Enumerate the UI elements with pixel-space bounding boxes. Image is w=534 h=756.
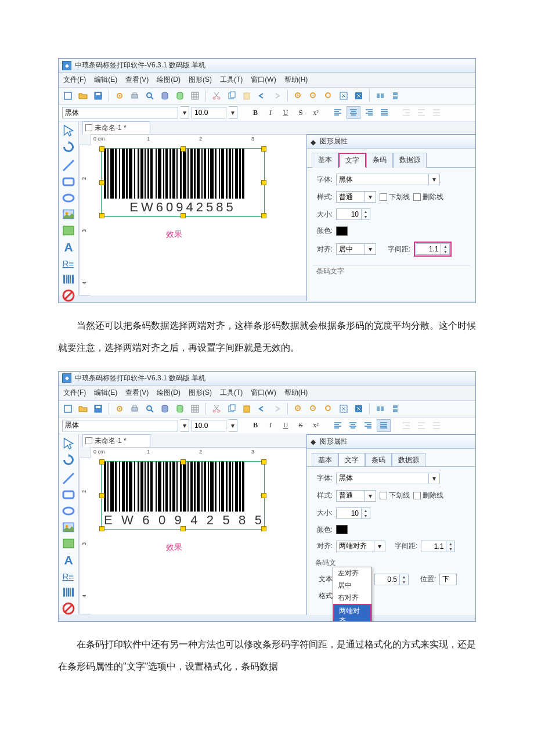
style-dd-icon[interactable]: ▾: [365, 490, 376, 502]
barcode-tool-icon[interactable]: [62, 585, 75, 599]
script-button[interactable]: x²: [309, 107, 322, 118]
italic-button[interactable]: I: [264, 420, 277, 431]
underline-button[interactable]: U: [279, 107, 292, 118]
arrange1-icon[interactable]: [374, 90, 386, 102]
align-dropdown[interactable]: 左对齐 居中 右对齐 两端对齐: [333, 567, 372, 622]
tab-basic[interactable]: 基本: [312, 153, 338, 168]
rotate-tool-icon[interactable]: [62, 140, 75, 154]
expand-icon[interactable]: [338, 403, 349, 415]
spacing-spinner-1[interactable]: ▲▼: [416, 243, 450, 255]
paste-icon[interactable]: [241, 90, 252, 102]
ellipse-tool-icon[interactable]: [62, 504, 75, 518]
font-dropdown-icon[interactable]: ▾: [181, 419, 189, 432]
menu-tool[interactable]: 工具(T): [220, 388, 243, 398]
font-dd-icon[interactable]: ▾: [429, 174, 440, 185]
image2-tool-icon[interactable]: [62, 224, 75, 237]
italic-button[interactable]: I: [264, 107, 277, 118]
align-option-right[interactable]: 右对齐: [333, 592, 371, 604]
cut-icon[interactable]: [211, 90, 222, 102]
align-center-button[interactable]: [347, 420, 359, 431]
image-tool-icon[interactable]: [62, 207, 75, 221]
menu-edit[interactable]: 编辑(E): [94, 388, 117, 398]
menu-tool[interactable]: 工具(T): [220, 75, 243, 85]
strike-checkbox[interactable]: 删除线: [413, 491, 443, 501]
tab-barcode[interactable]: 条码: [365, 453, 392, 467]
spacing-button[interactable]: [430, 420, 443, 431]
document-tab[interactable]: 未命名-1 *: [82, 121, 150, 134]
menu-window[interactable]: 窗口(W): [251, 388, 276, 398]
undo-icon[interactable]: [256, 90, 268, 102]
preview-icon[interactable]: [144, 90, 156, 102]
align-option-center[interactable]: 居中: [333, 579, 371, 592]
stop-tool-icon[interactable]: [62, 289, 75, 303]
zoom-out-icon[interactable]: [308, 403, 319, 415]
zoom-in-icon[interactable]: [293, 90, 304, 102]
font-dd-icon[interactable]: ▾: [429, 473, 440, 484]
font-input[interactable]: [336, 174, 429, 185]
barcode-object-1[interactable]: EW60942585: [101, 148, 265, 217]
print-icon[interactable]: [129, 90, 140, 102]
menu-draw[interactable]: 绘图(D): [157, 75, 181, 85]
image-tool-icon[interactable]: [62, 520, 75, 534]
zoom-out-icon[interactable]: [308, 90, 319, 102]
font-dropdown-icon[interactable]: ▾: [181, 106, 189, 119]
rect-tool-icon[interactable]: [62, 488, 75, 502]
cut-icon[interactable]: [211, 403, 222, 415]
font-input[interactable]: [336, 473, 429, 484]
strike-button[interactable]: S: [294, 107, 307, 118]
text-tool-icon[interactable]: A: [62, 553, 75, 567]
db-icon[interactable]: [159, 90, 171, 102]
indent-button[interactable]: [400, 107, 413, 118]
canvas-2[interactable]: E W 6 0 9 4 2 5 8 5 效果: [91, 458, 307, 614]
richtext-tool-icon[interactable]: R≡: [62, 569, 75, 583]
arrange1-icon[interactable]: [374, 403, 386, 415]
align-option-justify[interactable]: 两端对齐: [333, 604, 371, 622]
copy-icon[interactable]: [226, 90, 237, 102]
size-spinner[interactable]: ▲▼: [336, 507, 370, 519]
menu-draw[interactable]: 绘图(D): [157, 388, 181, 398]
line-tool-icon[interactable]: [62, 471, 75, 485]
fontsize-dropdown-icon[interactable]: ▾: [229, 106, 237, 119]
bold-button[interactable]: B: [249, 107, 262, 118]
cursor-tool-icon[interactable]: [62, 124, 75, 138]
fontsize-select[interactable]: [192, 107, 226, 118]
menu-help[interactable]: 帮助(H): [284, 388, 308, 398]
align-justify-button[interactable]: [377, 419, 391, 432]
menu-help[interactable]: 帮助(H): [284, 75, 308, 85]
open-icon[interactable]: [77, 403, 89, 415]
save-icon[interactable]: [92, 403, 104, 415]
redo-icon[interactable]: [271, 403, 283, 415]
redo-icon[interactable]: [271, 90, 283, 102]
menu-edit[interactable]: 编辑(E): [94, 75, 117, 85]
db2-icon[interactable]: [174, 403, 186, 415]
align-input-1[interactable]: [336, 243, 365, 255]
menu-shape[interactable]: 图形(S): [189, 388, 212, 398]
align-dd-icon[interactable]: ▾: [374, 541, 385, 552]
align-dd-icon[interactable]: ▾: [365, 243, 376, 255]
menu-file[interactable]: 文件(F): [63, 388, 86, 398]
align-option-left[interactable]: 左对齐: [333, 567, 371, 579]
spacing-spinner-2[interactable]: ▲▼: [421, 541, 455, 552]
color-swatch[interactable]: [336, 226, 348, 236]
barcode-object-2[interactable]: E W 6 0 9 4 2 5 8 5: [101, 461, 265, 530]
tab-datasource[interactable]: 数据源: [393, 153, 427, 168]
zoom-fit-icon[interactable]: [323, 403, 334, 415]
arrange2-icon[interactable]: [389, 403, 401, 415]
save-icon[interactable]: [92, 90, 104, 102]
align-left-button[interactable]: [331, 420, 344, 431]
menu-view[interactable]: 查看(V): [125, 388, 149, 398]
font-select[interactable]: [62, 420, 178, 431]
underline-checkbox[interactable]: 下划线: [380, 491, 410, 501]
cursor-tool-icon[interactable]: [62, 437, 75, 451]
outdent-button[interactable]: [415, 420, 428, 431]
barcode-tool-icon[interactable]: [62, 272, 75, 286]
align-right-button[interactable]: [362, 420, 374, 431]
db-icon[interactable]: [159, 403, 171, 415]
align-justify-button[interactable]: [378, 107, 391, 118]
bold-button[interactable]: B: [249, 420, 262, 431]
zoom-in-icon[interactable]: [293, 403, 304, 415]
strike-checkbox[interactable]: 删除线: [413, 192, 443, 202]
strike-button[interactable]: S: [294, 420, 307, 431]
font-select[interactable]: [62, 107, 178, 118]
menu-shape[interactable]: 图形(S): [189, 75, 212, 85]
